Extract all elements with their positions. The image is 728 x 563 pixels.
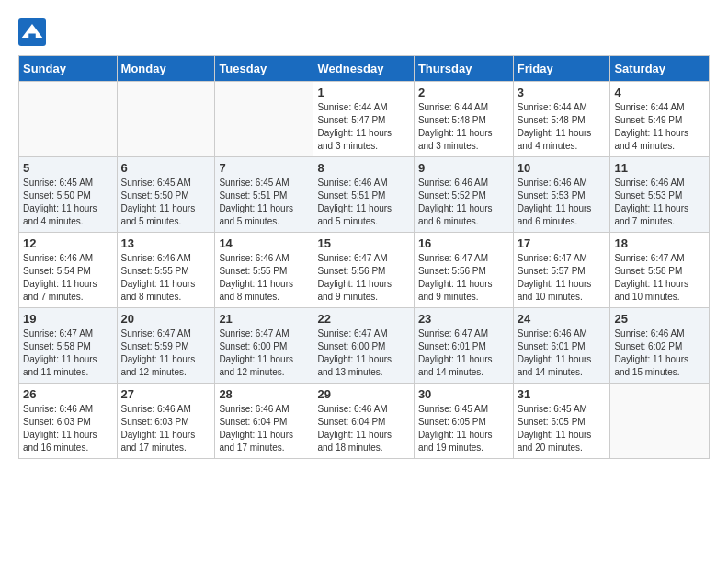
weekday-header: Sunday: [19, 56, 118, 82]
cell-content: Sunrise: 6:46 AM Sunset: 5:54 PM Dayligh…: [23, 252, 113, 304]
cell-content: Sunrise: 6:45 AM Sunset: 5:51 PM Dayligh…: [219, 177, 309, 228]
cell-content: Sunrise: 6:47 AM Sunset: 6:00 PM Dayligh…: [219, 327, 309, 379]
day-number: 18: [614, 236, 705, 250]
day-number: 7: [219, 161, 309, 175]
weekday-header: Thursday: [414, 56, 513, 82]
calendar-cell: 21Sunrise: 6:47 AM Sunset: 6:00 PM Dayli…: [215, 308, 313, 384]
weekday-header: Tuesday: [215, 56, 313, 82]
cell-content: Sunrise: 6:46 AM Sunset: 6:04 PM Dayligh…: [219, 403, 309, 454]
calendar-cell: 26Sunrise: 6:46 AM Sunset: 6:03 PM Dayli…: [19, 384, 118, 459]
day-number: 25: [614, 312, 705, 326]
day-number: 24: [518, 312, 607, 326]
calendar-cell: 27Sunrise: 6:46 AM Sunset: 6:03 PM Dayli…: [117, 384, 215, 459]
calendar-cell: 6Sunrise: 6:45 AM Sunset: 5:50 PM Daylig…: [117, 157, 215, 233]
cell-content: Sunrise: 6:45 AM Sunset: 5:50 PM Dayligh…: [121, 177, 211, 228]
calendar-cell: 11Sunrise: 6:46 AM Sunset: 5:53 PM Dayli…: [610, 157, 710, 233]
calendar-cell: 12Sunrise: 6:46 AM Sunset: 5:54 PM Dayli…: [19, 233, 118, 308]
cell-content: Sunrise: 6:46 AM Sunset: 6:02 PM Dayligh…: [614, 327, 705, 379]
svg-rect-2: [28, 34, 36, 40]
day-number: 12: [23, 236, 113, 250]
day-number: 11: [614, 161, 705, 175]
cell-content: Sunrise: 6:46 AM Sunset: 6:03 PM Dayligh…: [23, 403, 113, 454]
calendar-cell: 30Sunrise: 6:45 AM Sunset: 6:05 PM Dayli…: [414, 384, 513, 459]
day-number: 3: [518, 86, 607, 99]
cell-content: Sunrise: 6:44 AM Sunset: 5:48 PM Dayligh…: [518, 101, 607, 153]
calendar-cell: 15Sunrise: 6:47 AM Sunset: 5:56 PM Dayli…: [313, 233, 414, 308]
cell-content: Sunrise: 6:46 AM Sunset: 5:55 PM Dayligh…: [219, 252, 309, 304]
cell-content: Sunrise: 6:46 AM Sunset: 5:51 PM Dayligh…: [317, 177, 409, 228]
calendar-cell: [117, 82, 215, 157]
day-number: 23: [418, 312, 509, 326]
day-number: 28: [219, 387, 309, 401]
day-number: 9: [418, 161, 509, 175]
calendar-cell: 7Sunrise: 6:45 AM Sunset: 5:51 PM Daylig…: [215, 157, 313, 233]
cell-content: Sunrise: 6:47 AM Sunset: 5:58 PM Dayligh…: [614, 252, 705, 304]
weekday-header: Friday: [513, 56, 610, 82]
logo: [18, 18, 50, 46]
cell-content: Sunrise: 6:47 AM Sunset: 5:56 PM Dayligh…: [418, 252, 509, 304]
cell-content: Sunrise: 6:44 AM Sunset: 5:48 PM Dayligh…: [418, 101, 509, 153]
calendar-cell: 18Sunrise: 6:47 AM Sunset: 5:58 PM Dayli…: [610, 233, 710, 308]
day-number: 14: [219, 236, 309, 250]
cell-content: Sunrise: 6:46 AM Sunset: 6:03 PM Dayligh…: [121, 403, 211, 454]
cell-content: Sunrise: 6:47 AM Sunset: 5:58 PM Dayligh…: [23, 327, 113, 379]
calendar-cell: 9Sunrise: 6:46 AM Sunset: 5:52 PM Daylig…: [414, 157, 513, 233]
day-number: 27: [121, 387, 211, 401]
logo-icon: [18, 18, 46, 46]
calendar-cell: 1Sunrise: 6:44 AM Sunset: 5:47 PM Daylig…: [313, 82, 414, 157]
calendar-cell: 3Sunrise: 6:44 AM Sunset: 5:48 PM Daylig…: [513, 82, 610, 157]
weekday-header: Monday: [117, 56, 215, 82]
cell-content: Sunrise: 6:44 AM Sunset: 5:49 PM Dayligh…: [614, 101, 705, 153]
day-number: 22: [317, 312, 409, 326]
calendar-cell: 29Sunrise: 6:46 AM Sunset: 6:04 PM Dayli…: [313, 384, 414, 459]
calendar-cell: 2Sunrise: 6:44 AM Sunset: 5:48 PM Daylig…: [414, 82, 513, 157]
calendar-week-row: 19Sunrise: 6:47 AM Sunset: 5:58 PM Dayli…: [19, 308, 710, 384]
calendar-cell: 23Sunrise: 6:47 AM Sunset: 6:01 PM Dayli…: [414, 308, 513, 384]
calendar-table: SundayMondayTuesdayWednesdayThursdayFrid…: [18, 55, 710, 459]
day-number: 8: [317, 161, 409, 175]
page-header: [18, 18, 710, 46]
cell-content: Sunrise: 6:45 AM Sunset: 5:50 PM Dayligh…: [23, 177, 113, 228]
day-number: 29: [317, 387, 409, 401]
calendar-cell: 16Sunrise: 6:47 AM Sunset: 5:56 PM Dayli…: [414, 233, 513, 308]
day-number: 15: [317, 236, 409, 250]
cell-content: Sunrise: 6:45 AM Sunset: 6:05 PM Dayligh…: [418, 403, 509, 454]
calendar-week-row: 5Sunrise: 6:45 AM Sunset: 5:50 PM Daylig…: [19, 157, 710, 233]
day-number: 17: [518, 236, 607, 250]
weekday-header: Wednesday: [313, 56, 414, 82]
calendar-cell: 28Sunrise: 6:46 AM Sunset: 6:04 PM Dayli…: [215, 384, 313, 459]
calendar-week-row: 26Sunrise: 6:46 AM Sunset: 6:03 PM Dayli…: [19, 384, 710, 459]
cell-content: Sunrise: 6:47 AM Sunset: 5:57 PM Dayligh…: [518, 252, 607, 304]
cell-content: Sunrise: 6:47 AM Sunset: 5:56 PM Dayligh…: [317, 252, 409, 304]
weekday-header: Saturday: [610, 56, 710, 82]
day-number: 16: [418, 236, 509, 250]
calendar-cell: 14Sunrise: 6:46 AM Sunset: 5:55 PM Dayli…: [215, 233, 313, 308]
calendar-cell: [215, 82, 313, 157]
calendar-week-row: 1Sunrise: 6:44 AM Sunset: 5:47 PM Daylig…: [19, 82, 710, 157]
cell-content: Sunrise: 6:47 AM Sunset: 6:01 PM Dayligh…: [418, 327, 509, 379]
day-number: 6: [121, 161, 211, 175]
calendar-cell: 17Sunrise: 6:47 AM Sunset: 5:57 PM Dayli…: [513, 233, 610, 308]
cell-content: Sunrise: 6:47 AM Sunset: 6:00 PM Dayligh…: [317, 327, 409, 379]
calendar-cell: 5Sunrise: 6:45 AM Sunset: 5:50 PM Daylig…: [19, 157, 118, 233]
calendar-cell: [19, 82, 118, 157]
day-number: 1: [317, 86, 409, 99]
cell-content: Sunrise: 6:46 AM Sunset: 6:04 PM Dayligh…: [317, 403, 409, 454]
cell-content: Sunrise: 6:45 AM Sunset: 6:05 PM Dayligh…: [518, 403, 607, 454]
day-number: 13: [121, 236, 211, 250]
cell-content: Sunrise: 6:46 AM Sunset: 5:53 PM Dayligh…: [614, 177, 705, 228]
calendar-header-row: SundayMondayTuesdayWednesdayThursdayFrid…: [19, 56, 710, 82]
calendar-cell: 10Sunrise: 6:46 AM Sunset: 5:53 PM Dayli…: [513, 157, 610, 233]
calendar-cell: 13Sunrise: 6:46 AM Sunset: 5:55 PM Dayli…: [117, 233, 215, 308]
day-number: 10: [518, 161, 607, 175]
calendar-cell: 22Sunrise: 6:47 AM Sunset: 6:00 PM Dayli…: [313, 308, 414, 384]
cell-content: Sunrise: 6:46 AM Sunset: 5:55 PM Dayligh…: [121, 252, 211, 304]
day-number: 2: [418, 86, 509, 99]
cell-content: Sunrise: 6:46 AM Sunset: 5:52 PM Dayligh…: [418, 177, 509, 228]
cell-content: Sunrise: 6:46 AM Sunset: 5:53 PM Dayligh…: [518, 177, 607, 228]
calendar-cell: [610, 384, 710, 459]
calendar-cell: 19Sunrise: 6:47 AM Sunset: 5:58 PM Dayli…: [19, 308, 118, 384]
day-number: 31: [518, 387, 607, 401]
day-number: 20: [121, 312, 211, 326]
day-number: 5: [23, 161, 113, 175]
